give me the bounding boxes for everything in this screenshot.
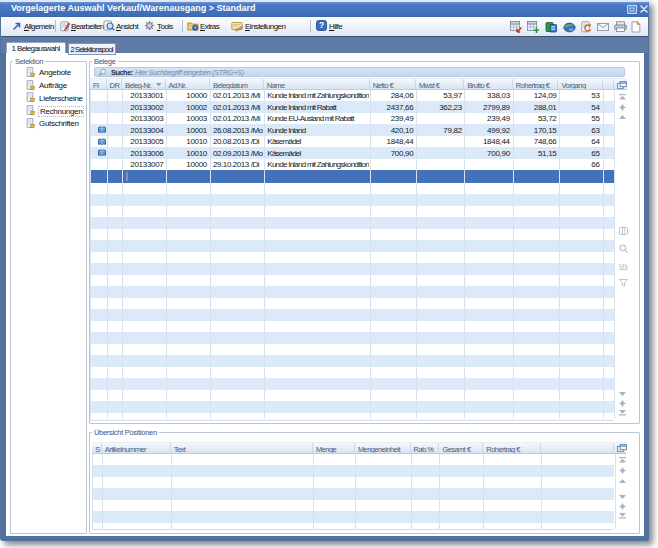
svg-text:?: ? xyxy=(319,20,324,30)
svg-text:MM: MM xyxy=(619,263,628,270)
